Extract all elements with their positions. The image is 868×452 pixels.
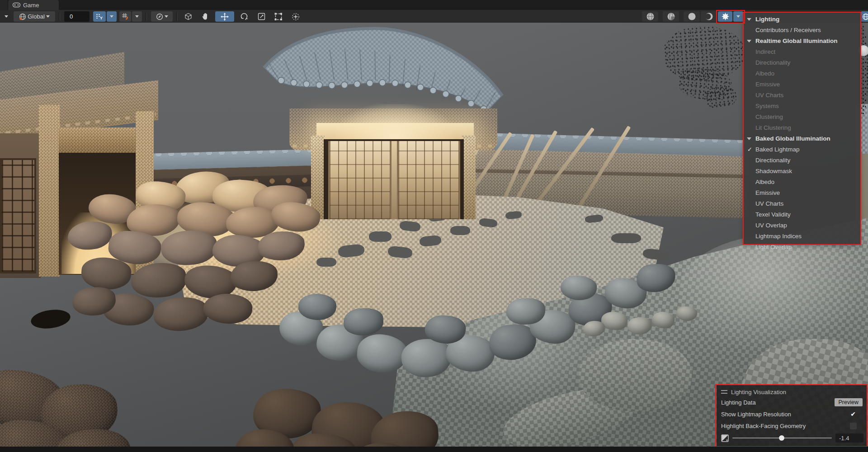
panel-label: Show Lightmap Resolution [721,411,849,418]
menu-item-emissive[interactable]: Emissive [744,188,860,198]
menu-item-light-overlap[interactable]: Light Overlap [744,242,860,253]
chevron-down-icon [135,15,139,18]
snap-axis-icon: Y [96,13,103,20]
menu-item-lightmap-indices[interactable]: Lightmap Indices [744,231,860,242]
menu-item-uv-overlap[interactable]: UV Overlap [744,220,860,231]
menu-item-albedo[interactable]: Albedo [744,177,860,188]
shaded-sphere-icon [667,12,675,21]
clipped-toolbar-button[interactable] [861,11,868,22]
menu-item-directionality: Directionality [744,57,860,68]
menu-item-clustering: Clustering [744,112,860,122]
transform-icon [292,13,300,21]
section-triangle-icon [747,137,751,140]
chevron-down-icon [736,15,740,18]
scene-gate-post-left [311,136,325,219]
menu-item-contributors-receivers[interactable]: Contributors / Receivers [744,25,860,36]
exposure-icon [721,434,729,442]
lightmap-checker-texture [579,339,692,411]
overlay-handle-icon[interactable] [721,390,727,394]
scene-gate-door-divider [392,141,397,219]
orientation-label: Global [28,13,45,20]
menu-item-baked-lightmap[interactable]: ✓Baked Lightmap [744,144,860,155]
menu-item-emissive: Emissive [744,79,860,90]
scene-stepping-stone-1 [369,231,392,242]
lightmap-checker-texture [462,136,476,219]
layer-field[interactable]: 0 [64,11,90,22]
tool-rect[interactable] [271,11,286,22]
move-icon [221,13,229,21]
solid-circle-icon [688,12,696,21]
lighting-visualization-panel: Lighting Visualization Lighting DataPrev… [717,385,867,446]
crescent-circle-icon [705,12,713,21]
checkmark-icon: ✓ [747,144,752,155]
scene-leftgate-header-beam [59,127,138,153]
menu-item-uv-charts[interactable]: UV Charts [744,198,860,209]
panel-row-show-lightmap-resolution: Show Lightmap Resolution✔ [721,408,863,420]
scale-icon [258,13,265,20]
cube-icon [184,13,192,20]
game-viewport[interactable] [0,23,868,447]
toolbar-dropdown-button[interactable] [1,11,12,22]
wireframe-sphere-icon [646,12,655,21]
lighting-debug-menu: LightingContributors / ReceiversRealtime… [744,13,860,244]
chevron-down-icon [46,15,50,18]
scene-stepping-stone-10 [611,233,641,243]
tab-game[interactable]: Game [8,0,59,10]
menu-item-shadowmask[interactable]: Shadowmask [744,166,860,177]
scene-gate-door-left [328,141,392,219]
menu-item-directionality[interactable]: Directionality [744,155,860,166]
toolbar-separator [59,12,59,21]
sun-burst-icon [721,12,730,21]
chevron-down-icon [5,15,8,18]
view-toggle-crescent[interactable] [701,11,717,22]
falloff-icon [156,13,163,20]
exposure-slider[interactable] [732,438,832,438]
hand-icon [202,13,209,20]
scene-gate-door-right [397,141,460,219]
preview-button[interactable]: Preview [835,398,863,406]
tool-rotate[interactable] [237,11,251,22]
panel-label: Highlight Back-Facing Geometry [721,423,850,429]
tool-view-cube[interactable] [181,11,195,22]
snap-axis-dropdown[interactable] [107,11,117,22]
falloff-dropdown[interactable] [151,11,173,22]
lightmap-checker-texture [311,136,325,219]
view-toggle-wireframe-sphere[interactable] [642,11,658,22]
menu-item-texel-validity[interactable]: Texel Validity [744,209,860,220]
checkbox-highlight-back-facing-geometry[interactable] [850,423,857,429]
menu-item-indirect: Indirect [744,47,860,57]
scene-leftgate-pillar-left [39,105,60,277]
rotate-icon [240,13,248,21]
menu-item-realtime-global-illumination[interactable]: Realtime Global Illumination [744,36,860,47]
scene-leftgate-lattice [0,158,36,273]
menu-item-uv-charts: UV Charts [744,90,860,101]
menu-item-lighting[interactable]: Lighting [744,14,860,25]
lighting-debug-dropdown[interactable] [733,11,743,22]
menu-item-albedo: Albedo [744,68,860,79]
rect-tool-icon [274,13,283,21]
window-bottom-edge [0,447,868,452]
orientation-dropdown[interactable]: Global [14,11,55,22]
tool-transform[interactable] [288,11,303,22]
toolbar-separator [176,12,177,21]
grid-snap-dropdown[interactable] [132,11,142,22]
tool-scale[interactable] [254,11,269,22]
grid-snap-icon [122,13,129,20]
tool-move[interactable] [215,11,234,22]
checkbox-show-lightmap-resolution[interactable]: ✔ [849,410,857,418]
exposure-value-field[interactable]: -1.4 [835,433,863,443]
snap-axis-toggle[interactable]: Y [93,11,106,22]
exposure-slider-thumb[interactable] [779,435,784,441]
unity-editor-window: Game Global 0 Y [0,0,868,452]
menu-item-baked-global-illumination[interactable]: Baked Global Illumination [744,133,860,144]
panel-title: Lighting Visualization [731,389,786,396]
section-triangle-icon [747,18,751,21]
grid-snap-toggle[interactable] [119,11,131,22]
scene-gate-post-right [462,136,476,219]
view-toggle-shaded-sphere[interactable] [663,11,679,22]
lighting-debug-toggle[interactable] [718,11,732,22]
scene-terrain-highlight-1 [678,235,868,353]
view-toggle-solid-circle[interactable] [684,11,700,22]
panel-label: Lighting Data [721,399,835,406]
tool-pan-hand[interactable] [198,11,212,22]
